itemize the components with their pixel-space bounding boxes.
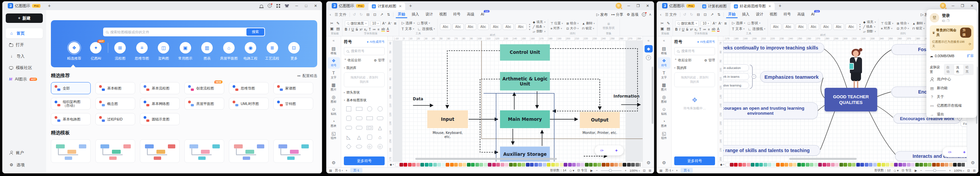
shape-symbol[interactable] [354, 114, 364, 122]
rail-item-文字[interactable]: T文字 [658, 69, 671, 81]
template-thumbnail[interactable] [51, 140, 91, 163]
format-button-≡[interactable]: ≡ [708, 28, 710, 31]
color-swatch[interactable] [538, 163, 542, 166]
style-preset[interactable]: Abc [783, 24, 794, 30]
basic-shapes-section[interactable]: ▾基本绘图形状 [344, 98, 385, 103]
template-card-概念图[interactable]: 概念图 [95, 98, 135, 110]
color-swatch[interactable] [463, 163, 466, 166]
user-avatar[interactable]: 登♛ [940, 3, 946, 9]
位置-button[interactable]: ⊤位置▾ [550, 21, 563, 25]
shape-symbol[interactable] [365, 133, 374, 141]
color-swatch[interactable] [581, 163, 584, 166]
shape-symbol[interactable]: △ [375, 124, 385, 132]
diagram-node-alu[interactable]: Arthmetic & LogicUnit [500, 72, 550, 90]
color-swatch[interactable] [958, 163, 961, 166]
gear-icon[interactable]: ⚙ [332, 160, 336, 166]
diagram-node-input[interactable]: Input [427, 110, 468, 128]
sparkles-icon[interactable]: ✦ [963, 150, 966, 155]
shape-symbol[interactable] [344, 142, 353, 151]
close-button[interactable]: ✕ [311, 4, 320, 8]
tool-选择[interactable]: ▷选择▾ [401, 21, 415, 25]
share-button[interactable]: ⊶ 分享 [611, 12, 623, 17]
scroll-presets-icon[interactable]: ▲ [528, 23, 531, 25]
format-button-x₂[interactable]: x₂ [364, 28, 367, 31]
color-swatch[interactable] [793, 163, 797, 166]
format-button-A[interactable]: A [717, 28, 719, 32]
color-swatch[interactable] [810, 163, 813, 166]
diagram-text-label[interactable]: Data [413, 97, 423, 101]
mindmap-topic[interactable]: wide range of skills and talents to teac… [724, 145, 820, 156]
color-swatch[interactable] [488, 163, 492, 166]
save-icon[interactable]: ⊟ [366, 13, 370, 17]
color-swatch[interactable] [597, 163, 601, 166]
color-swatch[interactable] [517, 163, 521, 166]
diagram-node-control-unit[interactable]: Control Unit [500, 44, 550, 61]
horizontal-scrollbar[interactable] [789, 158, 857, 160]
fill-bucket-icon[interactable]: ◆▾ [390, 163, 394, 166]
template-card-基本流程图[interactable]: 基本流程图 [140, 82, 180, 94]
file-menu[interactable]: ☰ 文件 [665, 12, 678, 17]
color-swatch[interactable] [932, 163, 936, 166]
style-preset[interactable]: Abc [808, 24, 819, 30]
tool-形状[interactable]: □形状▾ [417, 21, 435, 25]
ribbon-tab-视图[interactable]: 视图 [768, 11, 779, 18]
color-swatch[interactable] [764, 163, 767, 166]
cut-icon[interactable]: ✂ [330, 21, 333, 25]
zoom-out-icon[interactable]: − [596, 169, 598, 172]
color-swatch[interactable] [501, 163, 504, 166]
font-size-select[interactable]: 10▾ [700, 21, 711, 26]
color-swatch[interactable] [437, 163, 441, 166]
color-swatch[interactable] [734, 163, 738, 166]
rail-item-贴纸[interactable]: ☺贴纸 [327, 106, 340, 117]
color-swatch[interactable] [789, 163, 792, 166]
collapse-right-panel-icon[interactable]: « [647, 38, 649, 43]
sync-icon[interactable]: ⇅ [717, 13, 721, 17]
template-thumbnail[interactable] [274, 140, 313, 163]
tool-文本[interactable]: T文本▾ [401, 27, 415, 31]
rail-item-图表[interactable]: ◔图表 [658, 118, 671, 129]
document-tab-好老师思维导图[interactable]: ▤好老师思维导图✕ [730, 2, 774, 10]
format-button-S[interactable]: S [356, 28, 358, 31]
zoom-in-icon[interactable]: + [625, 169, 627, 172]
account-menu-退出[interactable]: →退出 [930, 110, 974, 119]
color-swatch[interactable] [856, 163, 860, 166]
skin-option-自动[interactable]: 自动 [944, 65, 954, 75]
color-swatch[interactable] [784, 163, 788, 166]
shape-symbol[interactable] [354, 142, 364, 151]
new-tab-button[interactable]: + [45, 3, 54, 8]
collapse-all-button[interactable]: ⌃ 收起全部 [674, 58, 691, 63]
minimize-button[interactable]: ─ [624, 4, 633, 8]
sidebar-item-AI图示[interactable]: MAI图示HOT [6, 74, 43, 84]
format-button-ab[interactable]: ab [381, 28, 385, 32]
color-swatch[interactable] [479, 163, 483, 166]
font-size-select[interactable]: 10▾ [370, 21, 380, 26]
zoom-in-icon[interactable]: + [949, 169, 951, 172]
color-swatch[interactable] [899, 163, 902, 166]
home-tab[interactable]: Ǝ亿图图示Pro [328, 2, 368, 10]
refresh-icon[interactable]: ⟳ [969, 43, 971, 46]
template-card-家谱图[interactable]: 家谱图 [274, 82, 313, 94]
maximize-button[interactable]: □ [302, 4, 310, 8]
collapse-panel-icon[interactable]: « [332, 38, 334, 44]
copy-icon[interactable]: ❐ [947, 19, 949, 22]
color-swatch[interactable] [936, 163, 940, 166]
font-button[interactable]: A⁺ [713, 22, 717, 25]
color-swatch[interactable] [886, 163, 889, 166]
color-swatch[interactable] [848, 163, 851, 166]
color-swatch[interactable] [801, 163, 805, 166]
ribbon-tab-插入[interactable]: 插入 [410, 11, 421, 18]
tool-选择[interactable]: ▷选择▾ [732, 21, 745, 25]
zoom-slider[interactable] [925, 170, 946, 171]
shape-symbol[interactable] [375, 114, 385, 122]
sidebar-item-账户[interactable]: 账户 [6, 148, 43, 158]
close-button[interactable]: ✕ [643, 4, 652, 8]
configure-featured-link[interactable]: ≔配置精选 [297, 73, 317, 78]
back-icon[interactable]: ‹ [329, 13, 332, 16]
new-tab-button[interactable]: + [775, 3, 785, 8]
gear-icon[interactable]: ⚙ [971, 160, 975, 165]
publish-button[interactable]: ▷ 发布 [597, 12, 608, 17]
color-swatch[interactable] [827, 163, 830, 166]
format-button-T[interactable]: T [699, 28, 701, 31]
template-card-UML时序图[interactable]: UML时序图 [229, 98, 269, 110]
collapse-panel-icon[interactable]: « [663, 38, 665, 44]
